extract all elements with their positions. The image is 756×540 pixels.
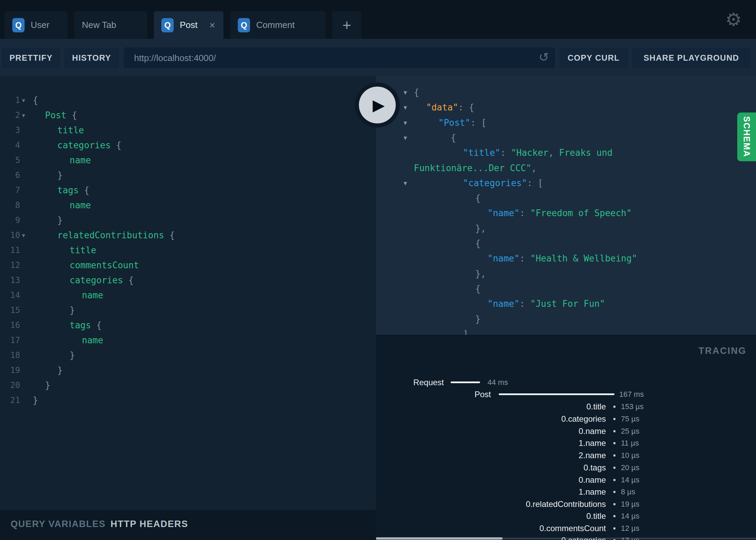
line-number: 21 — [0, 393, 20, 408]
trace-value: 14 µs — [621, 510, 639, 522]
trace-row: 0.title14 µs — [376, 510, 756, 522]
trace-value: 75 µs — [621, 413, 639, 425]
editor-line: 17name — [0, 333, 376, 348]
code-text: title — [57, 123, 84, 138]
json-text: } — [475, 312, 481, 327]
line-number: 2 — [0, 108, 20, 123]
trace-row: 0.name14 µs — [376, 474, 756, 486]
line-number: 9 — [0, 213, 20, 228]
trace-separator-dot — [613, 467, 615, 469]
code-token: : [ — [527, 178, 543, 188]
collapse-arrow-icon[interactable]: ▾ — [404, 115, 407, 130]
close-tab-icon[interactable]: × — [204, 20, 215, 30]
tab-post[interactable]: QPost× — [154, 11, 223, 39]
toolbar: PRETTIFY HISTORY ↺ COPY CURL SHARE PLAYG… — [0, 39, 756, 76]
tab-user[interactable]: QUser — [5, 11, 68, 39]
trace-value: 11 µs — [621, 437, 639, 449]
response-line: "name": "Health & Wellbeing" — [376, 251, 756, 266]
new-tab-button[interactable]: + — [332, 11, 361, 39]
collapse-arrow-icon[interactable]: ▾ — [404, 176, 407, 191]
tab-new-tab[interactable]: New Tab — [74, 11, 147, 39]
line-number: 4 — [0, 138, 20, 153]
query-variables-tab[interactable]: QUERY VARIABLES — [11, 519, 106, 529]
share-playground-button[interactable]: SHARE PLAYGROUND — [632, 47, 751, 68]
refresh-schema-icon[interactable]: ↺ — [539, 50, 549, 64]
execute-button[interactable]: ▶ — [355, 82, 400, 127]
tab-comment[interactable]: QComment — [230, 11, 325, 39]
trace-separator-dot — [613, 491, 615, 493]
code-token: : — [500, 148, 511, 158]
tab-label: Post — [180, 20, 198, 30]
copy-curl-button[interactable]: COPY CURL — [559, 47, 628, 68]
history-button[interactable]: HISTORY — [64, 47, 119, 68]
code-token: : — [520, 208, 530, 218]
trace-label: 0.name — [376, 425, 606, 437]
code-token: title — [57, 125, 84, 135]
editor-line: 1▾{ — [0, 93, 376, 108]
code-text: } — [57, 363, 63, 378]
code-token: "name" — [488, 299, 520, 309]
schema-side-tab[interactable]: SCHEMA — [737, 112, 756, 161]
trace-row: 0.relatedContributions19 µs — [376, 498, 756, 510]
trace-label: Request — [376, 376, 444, 389]
code-text: relatedContributions { — [57, 228, 175, 243]
tab-label: Comment — [256, 20, 295, 30]
line-number: 16 — [0, 318, 20, 333]
code-text: } — [57, 168, 63, 183]
response-line: { — [376, 191, 756, 206]
trace-label: 0.title — [376, 510, 606, 522]
execute-button-circle: ▶ — [359, 87, 396, 123]
code-token: "Post" — [438, 118, 470, 128]
fold-arrow-icon[interactable]: ▾ — [22, 228, 25, 243]
response-line: ▾{ — [376, 85, 756, 100]
code-token: "title" — [463, 148, 500, 158]
trace-label: Post — [376, 388, 491, 401]
endpoint-url-input[interactable] — [133, 47, 527, 69]
json-text: "categories": [ — [463, 176, 543, 191]
query-badge: Q — [12, 18, 25, 32]
code-token: : { — [458, 102, 474, 112]
prettify-button[interactable]: PRETTIFY — [2, 47, 60, 68]
query-editor[interactable]: 1▾{2▾Post {3title4categories {5name6}7ta… — [0, 76, 376, 510]
collapse-arrow-icon[interactable]: ▾ — [404, 85, 407, 100]
code-text: categories { — [70, 273, 134, 288]
editor-line: 10▾relatedContributions { — [0, 228, 376, 243]
json-text: }, — [475, 221, 486, 236]
trace-row: Post167 ms — [376, 388, 756, 401]
collapse-arrow-icon[interactable]: ▾ — [404, 130, 407, 145]
line-number: 19 — [0, 363, 20, 378]
code-token: ] — [463, 329, 468, 335]
response-pane: ▾{▾"data": {▾"Post": [▾{"title": "Hacker… — [376, 76, 756, 335]
fold-arrow-icon[interactable]: ▾ — [22, 93, 25, 108]
line-number: 8 — [0, 198, 20, 213]
trace-separator-dot — [613, 406, 615, 408]
code-token: Funktionäre...Der CCC" — [414, 163, 531, 173]
fold-arrow-icon[interactable]: ▾ — [22, 108, 25, 123]
response-line: ▾"Post": [ — [376, 115, 756, 130]
code-text: { — [33, 93, 38, 108]
code-token: } — [70, 350, 75, 360]
code-token: "Just For Fun" — [530, 299, 605, 309]
tracing-panel-title: TRACING — [699, 346, 747, 356]
trace-row: 2.name10 µs — [376, 449, 756, 462]
code-token: : — [520, 253, 530, 264]
editor-line: 13categories { — [0, 273, 376, 288]
trace-separator-dot — [613, 527, 615, 529]
editor-line: 12commentsCount — [0, 258, 376, 273]
code-token: } — [70, 305, 75, 315]
editor-line: 4categories { — [0, 138, 376, 153]
trace-separator-dot — [613, 430, 615, 432]
json-text: "data": { — [426, 100, 474, 115]
code-token: name — [70, 155, 91, 165]
http-headers-tab[interactable]: HTTP HEADERS — [111, 519, 188, 529]
tracing-scrollbar-thumb[interactable] — [376, 537, 503, 540]
editor-line: 3title — [0, 123, 376, 138]
response-line: ▾{ — [376, 130, 756, 145]
settings-gear-icon[interactable]: ⚙ — [725, 9, 742, 30]
editor-line: 14name — [0, 288, 376, 303]
editor-line: 2▾Post { — [0, 108, 376, 123]
json-text: "name": "Health & Wellbeing" — [488, 251, 637, 266]
trace-row: Request44 ms — [376, 376, 756, 389]
collapse-arrow-icon[interactable]: ▾ — [404, 100, 407, 115]
json-text: "name": "Freedom of Speech" — [488, 206, 632, 221]
